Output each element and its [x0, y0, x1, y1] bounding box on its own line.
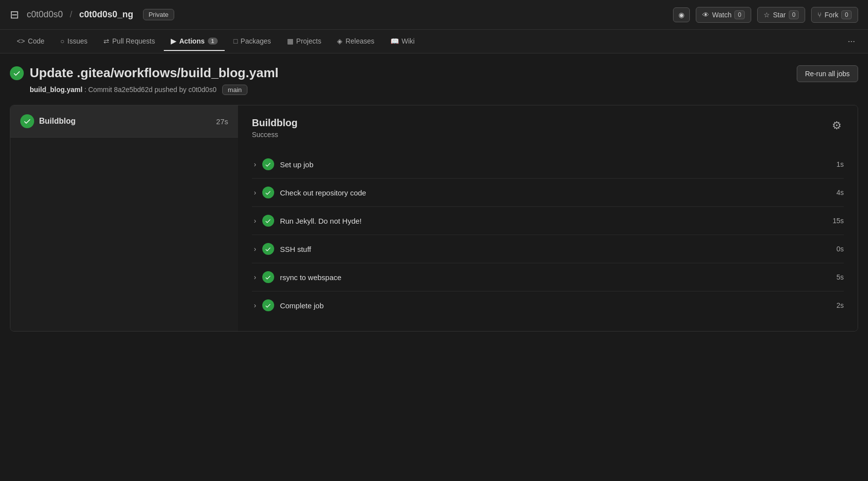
step-duration-setup: 1s [836, 160, 844, 168]
workflow-sidebar: Buildblog 27s [10, 105, 238, 331]
step-status-icon-setup [262, 158, 274, 170]
star-label: Star [773, 11, 786, 19]
tab-pr-label: Pull Requests [112, 37, 155, 45]
workflow-meta-text: : Commit [84, 86, 114, 94]
projects-icon: ▦ [287, 37, 293, 45]
tab-projects-label: Projects [296, 37, 322, 45]
step-name-jekyll: Run Jekyll. Do not Hyde! [280, 217, 827, 225]
workflow-pushed-text: pushed by [154, 86, 189, 94]
tab-actions[interactable]: ▶ Actions 1 [164, 32, 224, 51]
repo-owner[interactable]: c0t0d0s0 [27, 9, 63, 20]
workflow-status-icon [10, 66, 24, 80]
step-duration-ssh: 0s [836, 245, 844, 253]
detail-job-name: Buildblog [252, 117, 297, 129]
tab-releases-label: Releases [345, 37, 374, 45]
step-name-ssh: SSH stuff [280, 245, 831, 253]
tab-releases[interactable]: ◈ Releases [330, 32, 381, 51]
chevron-right-icon: › [254, 273, 256, 281]
star-count: 0 [789, 10, 799, 19]
job-settings-button[interactable]: ⚙ [830, 117, 844, 134]
step-status-icon-rsync [262, 271, 274, 283]
tab-packages[interactable]: □ Packages [227, 32, 278, 51]
tab-wiki[interactable]: 📖 Wiki [384, 32, 422, 51]
pr-icon: ⇄ [103, 37, 109, 45]
top-header: ⊟ c0t0d0s0 / c0t0d0s0_ng Private ◉ 👁 Wat… [0, 0, 868, 30]
workflow-header: Update .gitea/workflows/build_blog.yaml … [10, 65, 858, 95]
tab-packages-label: Packages [241, 37, 271, 45]
job-duration: 27s [216, 117, 228, 126]
step-item-jekyll[interactable]: › Run Jekyll. Do not Hyde! 15s [252, 206, 844, 235]
step-duration-rsync: 5s [836, 273, 844, 281]
step-duration-complete: 2s [836, 301, 844, 309]
fork-label: Fork [824, 11, 838, 19]
star-icon: ☆ [764, 11, 770, 19]
actions-badge: 1 [208, 38, 218, 45]
repo-icon: ⊟ [10, 8, 19, 21]
rss-icon: ◉ [678, 11, 684, 19]
tab-code-label: Code [28, 37, 44, 45]
fork-count: 0 [841, 10, 852, 19]
step-item-complete[interactable]: › Complete job 2s [252, 291, 844, 319]
tab-issues-label: Issues [67, 37, 87, 45]
job-item-buildblog[interactable]: Buildblog 27s [10, 105, 238, 138]
watch-label: Watch [712, 11, 731, 19]
tab-wiki-label: Wiki [402, 37, 415, 45]
workflow-meta: build_blog.yaml : Commit 8a2e5bd62d push… [10, 85, 279, 95]
step-status-icon-complete [262, 299, 274, 311]
watch-icon: 👁 [702, 11, 709, 19]
gear-icon: ⚙ [832, 119, 842, 132]
repo-name[interactable]: c0t0d0s0_ng [79, 9, 133, 20]
step-item-ssh[interactable]: › SSH stuff 0s [252, 235, 844, 263]
releases-icon: ◈ [337, 37, 342, 45]
rerun-all-jobs-button[interactable]: Re-run all jobs [797, 65, 858, 82]
detail-job-info: Buildblog Success [252, 117, 297, 139]
page-content: Update .gitea/workflows/build_blog.yaml … [0, 53, 868, 343]
chevron-right-icon: › [254, 217, 256, 225]
packages-icon: □ [234, 37, 238, 45]
rss-button[interactable]: ◉ [673, 7, 690, 22]
step-item-checkout[interactable]: › Check out repository code 4s [252, 178, 844, 206]
detail-header: Buildblog Success ⚙ [252, 117, 844, 139]
repo-separator: / [70, 9, 72, 20]
step-name-checkout: Check out repository code [280, 189, 831, 197]
workflow-name: Update .gitea/workflows/build_blog.yaml [30, 65, 279, 81]
fork-button[interactable]: ⑂ Fork 0 [811, 7, 858, 23]
step-duration-checkout: 4s [836, 189, 844, 196]
actions-play-icon: ▶ [171, 37, 176, 45]
job-status-icon [20, 114, 34, 128]
more-menu-button[interactable]: ··· [845, 33, 858, 49]
chevron-right-icon: › [254, 301, 256, 309]
step-status-icon-jekyll [262, 215, 274, 227]
chevron-right-icon: › [254, 189, 256, 196]
workflow-commit[interactable]: 8a2e5bd62d [114, 86, 152, 94]
step-status-icon-checkout [262, 187, 274, 198]
watch-button[interactable]: 👁 Watch 0 [696, 7, 751, 23]
step-name-rsync: rsync to webspace [280, 273, 831, 282]
step-name-setup: Set up job [280, 160, 831, 169]
code-icon: <> [17, 37, 25, 45]
tab-projects[interactable]: ▦ Projects [280, 32, 329, 51]
tab-issues[interactable]: ○ Issues [53, 32, 95, 51]
workflow-file: build_blog.yaml [30, 86, 83, 94]
branch-badge[interactable]: main [222, 85, 247, 95]
tab-code[interactable]: <> Code [10, 32, 51, 51]
chevron-right-icon: › [254, 245, 256, 253]
step-name-complete: Complete job [280, 301, 831, 310]
step-item-rsync[interactable]: › rsync to webspace 5s [252, 263, 844, 291]
tab-actions-label: Actions [179, 37, 204, 45]
wiki-icon: 📖 [390, 37, 399, 45]
workflow-title-group: Update .gitea/workflows/build_blog.yaml … [10, 65, 279, 95]
workflow-title: Update .gitea/workflows/build_blog.yaml [10, 65, 279, 81]
workflow-detail: Buildblog Success ⚙ › Set up job 1s [238, 105, 858, 331]
star-button[interactable]: ☆ Star 0 [757, 7, 805, 23]
nav-tabs: <> Code ○ Issues ⇄ Pull Requests ▶ Actio… [0, 30, 868, 53]
issues-icon: ○ [60, 37, 64, 45]
step-list: › Set up job 1s › Check out repository c… [252, 150, 844, 319]
workflow-pusher[interactable]: c0t0d0s0 [189, 86, 217, 94]
fork-icon: ⑂ [818, 11, 821, 19]
step-status-icon-ssh [262, 243, 274, 255]
chevron-right-icon: › [254, 160, 256, 168]
step-item-setup[interactable]: › Set up job 1s [252, 150, 844, 178]
workflow-body: Buildblog 27s Buildblog Success ⚙ › [10, 105, 858, 332]
tab-pull-requests[interactable]: ⇄ Pull Requests [96, 32, 162, 51]
